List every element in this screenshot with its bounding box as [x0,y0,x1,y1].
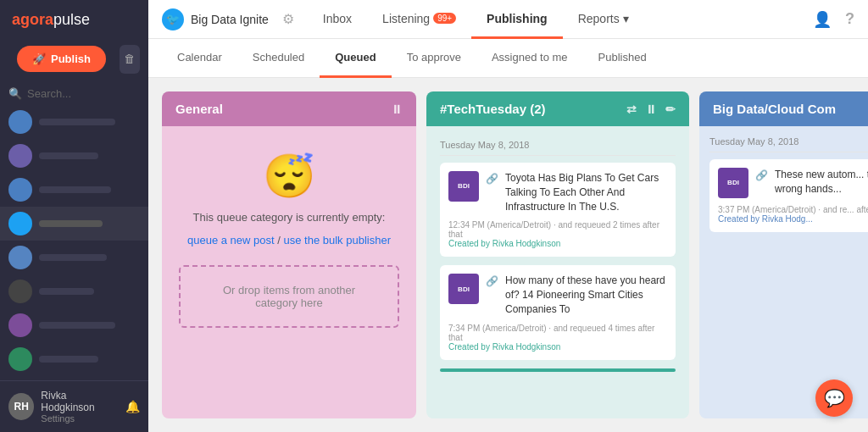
user-name: Rivka Hodgkinson [41,390,119,413]
tab-published[interactable]: Published [583,39,662,78]
big-data-column: Big Data/Cloud Com ⇄ Tuesday May 8, 2018… [699,91,868,418]
list-item[interactable] [0,274,148,308]
tab-to-approve[interactable]: To approve [392,39,476,78]
trash-button[interactable]: 🗑 [120,45,140,74]
search-placeholder: Search... [27,87,71,100]
link-icon: 🔗 [755,169,768,181]
list-item[interactable] [0,105,148,139]
shuffle-icon[interactable]: ⇄ [626,102,637,116]
column-controls: ⏸ [391,102,403,116]
publish-button[interactable]: 🚀 Publish [17,46,106,72]
account-list [0,105,148,380]
scroll-indicator [440,368,676,372]
account-badge: 🐦 Big Data Ignite [162,8,269,30]
help-icon[interactable]: ? [845,10,854,29]
post-meta: 12:34 PM (America/Detroit) · and requeue… [448,220,667,248]
publish-area: 🚀 Publish 🗑 [0,39,148,79]
trash-icon: 🗑 [124,53,135,65]
empty-text: This queue category is currently empty: [193,211,386,224]
nav-item-inbox[interactable]: Inbox [308,0,367,39]
link-icon: 🔗 [486,275,498,287]
post-content: BDI 🔗 How many of these have you heard o… [448,274,667,316]
big-data-header: Big Data/Cloud Com ⇄ [699,91,868,126]
chat-icon: 💬 [824,388,845,408]
edit-icon[interactable]: ✏ [665,102,676,116]
nav-right-icons: 👤 ? [813,10,854,29]
post-content: BDI 🔗 Toyota Has Big Plans To Get Cars T… [448,171,667,213]
post-text: Toyota Has Big Plans To Get Cars Talking… [505,171,667,213]
pause-icon[interactable]: ⏸ [391,102,403,116]
post-thumbnail: BDI [448,274,479,304]
tech-tuesday-title: #TechTuesday (2) [440,102,545,116]
tab-bar: Calendar Scheduled Queued To approve Ass… [148,39,868,78]
drop-zone[interactable]: Or drop items from another category here [179,265,399,328]
notification-bell[interactable]: 🔔 [125,400,140,413]
main-content: 🐦 Big Data Ignite ⚙ Inbox Listening 99+ … [148,0,868,432]
queue-content: General ⏸ 😴 This queue category is curre… [148,78,868,432]
settings-link[interactable]: Settings [41,413,119,424]
tab-scheduled[interactable]: Scheduled [237,39,320,78]
general-column-header: General ⏸ [162,91,416,126]
search-box: 🔍 Search... [8,87,140,100]
user-info: Rivka Hodgkinson Settings [41,390,119,424]
post-text: These new autom... the wrong hands... [775,168,868,197]
general-title: General [175,102,223,116]
big-data-body: Tuesday May 8, 2018 BDI 🔗 These new auto… [699,126,868,418]
post-date: Tuesday May 8, 2018 [709,136,868,152]
list-item[interactable] [0,342,148,376]
settings-gear-icon[interactable]: ⚙ [282,11,294,27]
post-card: BDI 🔗 How many of these have you heard o… [440,265,676,359]
drop-text: Or drop items from another category here [223,284,355,309]
logo-pulse: pulse [53,11,90,29]
post-card: BDI 🔗 These new autom... the wrong hands… [709,159,868,232]
post-meta: 3:37 PM (America/Detroit) · and re... af… [718,205,868,224]
listening-badge: 99+ [433,13,456,24]
tab-calendar[interactable]: Calendar [162,39,237,78]
avatar: RH [8,393,34,420]
tech-tuesday-column: #TechTuesday (2) ⇄ ⏸ ✏ Tuesday May 8, 20… [426,91,689,418]
search-icon: 🔍 [8,87,22,100]
account-name: Big Data Ignite [191,13,269,26]
list-item[interactable] [0,207,148,241]
link-icon: 🔗 [486,173,498,185]
tab-assigned-to-me[interactable]: Assigned to me [476,39,583,78]
twitter-icon: 🐦 [162,8,184,30]
big-data-title: Big Data/Cloud Com [713,102,836,116]
logo: agora pulse [0,0,148,39]
pause-icon[interactable]: ⏸ [645,102,657,116]
list-item[interactable] [0,173,148,207]
sidebar-footer: RH Rivka Hodgkinson Settings 🔔 [0,380,148,432]
bulk-publisher-link[interactable]: use the bulk publisher [284,234,391,246]
logo-agora: agora [12,11,53,29]
empty-links: queue a new post / use the bulk publishe… [187,234,391,246]
list-item[interactable] [0,241,148,274]
post-content: BDI 🔗 These new autom... the wrong hands… [718,168,868,198]
user-profile-icon[interactable]: 👤 [813,10,832,29]
top-navigation: 🐦 Big Data Ignite ⚙ Inbox Listening 99+ … [148,0,868,39]
chat-support-button[interactable]: 💬 [815,379,853,417]
rocket-icon: 🚀 [32,53,46,65]
tab-queued[interactable]: Queued [320,39,391,78]
general-column: General ⏸ 😴 This queue category is curre… [162,91,416,418]
list-item[interactable] [0,308,148,342]
post-card: BDI 🔗 Toyota Has Big Plans To Get Cars T… [440,163,676,257]
nav-item-listening[interactable]: Listening 99+ [367,0,471,39]
post-date: Tuesday May 8, 2018 [440,140,676,156]
sleep-emoji: 😴 [263,152,315,201]
queue-new-post-link[interactable]: queue a new post [187,234,275,246]
nav-item-publishing[interactable]: Publishing [471,0,563,39]
link-separator: / [277,234,283,246]
tech-tuesday-controls: ⇄ ⏸ ✏ [626,102,676,116]
post-thumbnail: BDI [448,171,479,202]
post-text: How many of these have you heard of? 14 … [505,274,667,316]
general-body: 😴 This queue category is currently empty… [162,126,416,418]
sidebar: agora pulse 🚀 Publish 🗑 🔍 Search... [0,0,148,432]
tech-tuesday-header: #TechTuesday (2) ⇄ ⏸ ✏ [426,91,689,126]
nav-item-reports[interactable]: Reports ▾ [563,0,644,39]
post-meta: 7:34 PM (America/Detroit) · and requeued… [448,324,667,352]
tech-tuesday-body: Tuesday May 8, 2018 BDI 🔗 Toyota Has Big… [426,126,689,418]
post-thumbnail: BDI [718,168,748,198]
nav-items: Inbox Listening 99+ Publishing Reports ▾ [308,0,813,38]
caret-down-icon: ▾ [623,12,629,25]
list-item[interactable] [0,139,148,173]
